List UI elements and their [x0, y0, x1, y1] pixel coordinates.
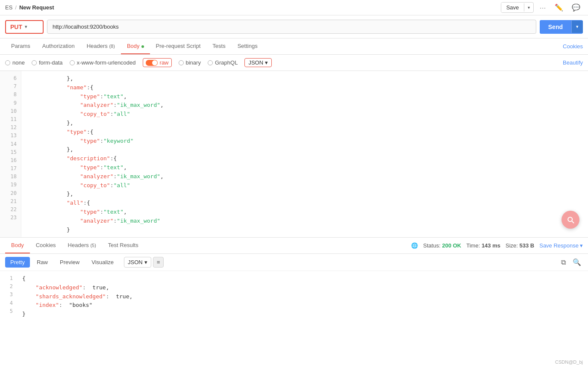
breadcrumb: ES / New Request	[5, 4, 54, 11]
response-meta: 🌐 Status: 200 OK Time: 143 ms Size: 533 …	[411, 242, 583, 249]
resp-code-line: "acknowledged": true,	[22, 283, 583, 292]
resp-code-line: {	[22, 274, 583, 283]
tab-authorization[interactable]: Authorization	[36, 38, 81, 54]
tab-params[interactable]: Params	[5, 38, 36, 54]
line-number: 7	[0, 82, 21, 91]
line-number: 21	[0, 197, 21, 206]
search-response-button[interactable]: 🔍	[571, 256, 583, 268]
top-bar: ES / New Request Save ▾ ··· ✏️ 💬	[0, 0, 588, 15]
send-chevron[interactable]: ▾	[571, 21, 583, 33]
code-line: },	[26, 190, 583, 199]
radio-urlencoded[interactable]	[70, 60, 75, 65]
raw-toggle[interactable]	[146, 60, 158, 66]
line-number: 22	[0, 206, 21, 214]
line-number: 14	[0, 140, 21, 148]
tab-tests[interactable]: Tests	[206, 38, 231, 54]
tab-body[interactable]: Body	[121, 38, 150, 54]
url-bar: PUT ▾ Send ▾	[0, 15, 588, 38]
response-tabs-bar: Body Cookies Headers (5) Test Results 🌐 …	[0, 238, 588, 254]
resp-line-number: 1	[0, 274, 17, 283]
radio-binary[interactable]	[179, 60, 184, 65]
save-chevron[interactable]: ▾	[524, 3, 533, 12]
code-line: "description":{	[26, 154, 583, 163]
line-number: 19	[0, 181, 21, 189]
resp-tab-headers[interactable]: Headers (5)	[62, 238, 102, 253]
code-line: "type":{	[26, 128, 583, 137]
toggle-knob	[152, 60, 157, 65]
line-number: 23	[0, 214, 21, 222]
request-body-editor[interactable]: 67891011121314151617181920212223 }, "nam…	[0, 71, 588, 238]
code-line: },	[26, 74, 583, 83]
search-overlay-button[interactable]	[562, 211, 579, 229]
resp-tab-body[interactable]: Body	[5, 238, 30, 253]
line-number: 16	[0, 156, 21, 165]
line-number: 12	[0, 124, 21, 132]
code-line: "copy_to":"all"	[26, 110, 583, 119]
watermark: CSDN@D_bj	[555, 359, 583, 365]
code-line: "analyzer":"ik_max_word",	[26, 172, 583, 181]
code-line: },	[26, 145, 583, 154]
line-number: 11	[0, 115, 21, 124]
globe-icon: 🌐	[411, 242, 418, 249]
line-number: 20	[0, 189, 21, 197]
resp-tab-test-results[interactable]: Test Results	[102, 238, 144, 253]
resp-format-chevron-icon: ▾	[144, 259, 147, 265]
request-tabs-bar: Params Authorization Headers (8) Body Pr…	[0, 38, 588, 55]
view-visualize[interactable]: Visualize	[86, 257, 119, 268]
code-line: "all":{	[26, 199, 583, 208]
code-line: "type":"keyword"	[26, 137, 583, 146]
option-graphql[interactable]: GraphQL	[208, 59, 238, 66]
more-options-button[interactable]: ···	[537, 3, 549, 13]
beautify-button[interactable]: Beautify	[563, 59, 583, 66]
save-response-button[interactable]: Save Response ▾	[539, 242, 583, 249]
response-format-selector[interactable]: JSON ▾	[124, 257, 151, 268]
size-info: Size: 533 B	[506, 242, 534, 249]
code-line: "name":{	[26, 83, 583, 92]
radio-graphql[interactable]	[208, 60, 213, 65]
code-content[interactable]: }, "name":{ "type":"text", "analyzer":"i…	[21, 71, 588, 238]
radio-form-data[interactable]	[32, 60, 37, 65]
tab-headers[interactable]: Headers (8)	[81, 38, 121, 54]
tab-prerequest[interactable]: Pre-request Script	[150, 38, 207, 54]
radio-none[interactable]	[5, 60, 10, 65]
copy-response-button[interactable]: ⧉	[559, 256, 567, 268]
view-raw[interactable]: Raw	[32, 257, 53, 268]
view-preview[interactable]: Preview	[55, 257, 85, 268]
code-lines: 67891011121314151617181920212223 }, "nam…	[0, 71, 588, 238]
code-line: "analyzer":"ik_max_word",	[26, 101, 583, 110]
resp-tab-cookies[interactable]: Cookies	[30, 238, 62, 253]
option-binary[interactable]: binary	[179, 59, 201, 66]
status-label: Status: 200 OK	[423, 242, 461, 249]
cookies-link[interactable]: Cookies	[563, 43, 583, 50]
option-form-data[interactable]: form-data	[32, 59, 63, 66]
code-line: }	[26, 226, 583, 235]
code-line: "type":"text",	[26, 92, 583, 101]
view-pretty[interactable]: Pretty	[5, 257, 30, 268]
send-button[interactable]: Send ▾	[540, 20, 583, 34]
edit-icon-button[interactable]: ✏️	[552, 2, 566, 13]
url-input[interactable]	[47, 20, 536, 34]
method-label: PUT	[10, 24, 22, 30]
status-value: 200 OK	[442, 242, 461, 249]
tab-settings[interactable]: Settings	[232, 38, 264, 54]
body-options-bar: none form-data x-www-form-urlencoded raw…	[0, 55, 588, 71]
line-number: 18	[0, 173, 21, 181]
response-body-editor: 12345 { "acknowledged": true, "shards_ac…	[0, 271, 588, 339]
json-format-selector[interactable]: JSON ▾	[244, 58, 272, 67]
page-title: New Request	[19, 4, 54, 11]
filter-button[interactable]: ≡	[153, 257, 164, 268]
resp-line-numbers: 12345	[0, 271, 17, 322]
option-raw-toggle[interactable]: raw	[143, 58, 172, 67]
option-urlencoded[interactable]: x-www-form-urlencoded	[70, 59, 136, 66]
chat-icon-button[interactable]: 💬	[569, 2, 583, 13]
resp-code-line: }	[22, 310, 583, 319]
option-none[interactable]: none	[5, 59, 25, 66]
resp-line-number: 2	[0, 283, 17, 291]
response-view-bar: Pretty Raw Preview Visualize JSON ▾ ≡ ⧉ …	[0, 254, 588, 271]
breadcrumb-es: ES	[5, 4, 12, 11]
method-selector[interactable]: PUT ▾	[5, 20, 44, 34]
save-button[interactable]: Save	[501, 3, 524, 12]
send-main[interactable]: Send	[540, 20, 571, 34]
line-number: 9	[0, 99, 21, 107]
save-button-group[interactable]: Save ▾	[501, 2, 534, 13]
